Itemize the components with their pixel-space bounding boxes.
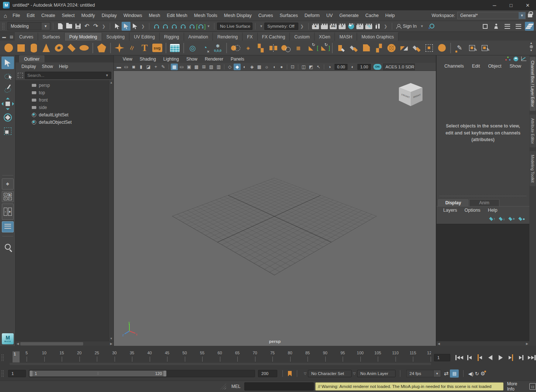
shelf-tab[interactable]: Curves xyxy=(15,33,38,41)
attribute-list-icon[interactable] xyxy=(514,22,523,31)
viewport-menu-item[interactable]: Show xyxy=(183,55,201,63)
render-ball-icon[interactable] xyxy=(347,22,356,31)
sign-in-dropdown[interactable]: Sign In ▼ xyxy=(396,24,425,29)
outliner-menu-item[interactable]: Display xyxy=(18,62,39,71)
character-controls-icon[interactable] xyxy=(492,22,501,31)
mirror-icon[interactable] xyxy=(267,41,279,55)
shaded-mode-icon[interactable]: ◆ xyxy=(234,64,241,70)
lattice-icon[interactable] xyxy=(423,41,435,55)
poly-cone-icon[interactable] xyxy=(40,41,52,55)
shelf-tab[interactable]: Rendering xyxy=(213,33,242,41)
step-forward-frame-button[interactable] xyxy=(517,353,526,362)
go-to-start-button[interactable] xyxy=(455,353,464,362)
shelf-scroll-control[interactable]: ▲▼ xyxy=(528,41,535,52)
shelf-tab[interactable]: Surfaces xyxy=(38,33,65,41)
render-current-frame-icon[interactable] xyxy=(320,22,329,31)
viewport-menu-item[interactable]: View xyxy=(119,55,136,63)
select-component-mode-button[interactable] xyxy=(130,22,139,31)
film-gate-icon[interactable]: ▭ xyxy=(178,64,185,70)
isolate-select-icon[interactable]: ⊡ xyxy=(289,64,296,70)
platonic-solid-icon[interactable] xyxy=(95,41,108,55)
quad-draw-icon[interactable] xyxy=(466,41,478,55)
exposure-field[interactable]: 0.00 xyxy=(335,64,347,70)
create-empty-layer-icon[interactable]: + xyxy=(509,217,515,221)
anim-layer-dropdown[interactable]: No Anim Layer xyxy=(357,370,396,377)
snap-to-point-icon[interactable] xyxy=(170,22,179,31)
menu-set-dropdown[interactable]: Modeling▼ xyxy=(7,22,50,30)
outliner-item[interactable]: front xyxy=(16,96,113,104)
current-time-marker[interactable]: 1 xyxy=(13,351,20,362)
live-surface-field[interactable]: No Live Surface xyxy=(217,23,252,30)
open-scene-button[interactable] xyxy=(65,22,74,31)
bookmark-icon[interactable]: ▮ xyxy=(138,64,145,70)
view-transform-dropdown[interactable]: ACES 1.0 SDR-v xyxy=(383,64,415,70)
gamma-field[interactable]: 1.00 xyxy=(357,64,370,70)
resize-grip[interactable] xyxy=(220,384,226,389)
sweep-mesh-icon[interactable]: ≈ xyxy=(126,41,138,55)
outliner-menu-item[interactable]: Help xyxy=(56,62,71,71)
range-start-handle[interactable] xyxy=(30,371,33,376)
menu-item[interactable]: Windows xyxy=(120,10,146,21)
viewport-menu-item[interactable]: Lighting xyxy=(160,55,183,63)
channel-box-horizontal-scrollbar[interactable]: ◀▶ xyxy=(437,341,529,346)
poly-type-icon[interactable]: T xyxy=(138,41,151,55)
rotate-tool[interactable] xyxy=(1,111,14,124)
outliner-toggle-icon[interactable] xyxy=(481,22,489,31)
multi-cut-icon[interactable] xyxy=(478,41,491,55)
display-layer-list[interactable] xyxy=(437,224,529,341)
xray-icon[interactable]: ◫ xyxy=(300,64,307,70)
undo-button[interactable]: ↶ xyxy=(82,22,91,31)
workspace-lock-icon[interactable] xyxy=(528,14,532,17)
chevron-down-icon[interactable]: ▽ xyxy=(304,372,306,375)
shelf-tab[interactable]: Poly Modeling xyxy=(65,33,102,41)
poly-torus-icon[interactable] xyxy=(52,41,65,55)
booleans-icon[interactable] xyxy=(229,41,242,55)
viewport-menu-item[interactable]: Panels xyxy=(227,55,248,63)
poly-plane-icon[interactable] xyxy=(65,41,78,55)
ipr-render-icon[interactable]: IPR xyxy=(329,22,338,31)
sidebar-vertical-tab[interactable]: Channel Box / Layer Editor xyxy=(530,57,536,111)
menu-item[interactable]: Mesh Display xyxy=(221,10,255,21)
time-slider-grip[interactable] xyxy=(1,354,4,361)
range-slider-grip[interactable] xyxy=(1,370,4,377)
shelf-tab[interactable]: Animation xyxy=(184,33,213,41)
grease-pencil-icon[interactable]: ✎ xyxy=(160,64,167,70)
menu-item[interactable]: Generate xyxy=(336,10,362,21)
snap-to-view-plane-icon[interactable] xyxy=(187,22,196,31)
menu-item[interactable]: Deform xyxy=(301,10,323,21)
modeling-toolkit-icon[interactable] xyxy=(169,41,181,55)
outliner-horizontal-scrollbar[interactable]: ◀▶ xyxy=(16,341,113,346)
poly-disc-icon[interactable] xyxy=(78,41,90,55)
occlusion-icon[interactable]: ● xyxy=(278,64,285,70)
xray-joints-icon[interactable]: ◩ xyxy=(308,64,315,70)
camera-attributes-icon[interactable]: ◙ xyxy=(130,64,137,70)
snap-to-curve-icon[interactable] xyxy=(161,22,170,31)
shelf-tab[interactable]: MASH xyxy=(335,33,357,41)
playback-start-field[interactable]: 1 xyxy=(8,370,26,377)
menu-item[interactable]: Curves xyxy=(255,10,277,21)
fps-dropdown[interactable]: 24 fps▼ xyxy=(406,370,441,377)
bevel-icon[interactable] xyxy=(360,41,373,55)
poly-sphere-icon[interactable] xyxy=(2,41,15,55)
animation-preferences-icon[interactable]: ⚙ xyxy=(481,371,485,376)
move-tool[interactable] xyxy=(1,98,14,110)
channel-box-list-icon[interactable] xyxy=(503,22,512,31)
exposure-icon[interactable]: ◑ xyxy=(326,64,333,70)
lasso-select-tool[interactable] xyxy=(1,70,14,83)
shelf-collapse-icon[interactable]: ▬ xyxy=(1,34,7,39)
image-plane-icon[interactable]: ◪ xyxy=(145,64,152,70)
menu-item[interactable]: Create xyxy=(38,10,59,21)
menu-item[interactable]: UV xyxy=(323,10,336,21)
search-help-icon[interactable] xyxy=(427,22,435,31)
range-slider-groove[interactable]: 1 120 xyxy=(29,370,255,377)
menu-item[interactable]: Cache xyxy=(362,10,382,21)
pan-zoom-icon[interactable]: + xyxy=(152,64,159,70)
default-material-icon[interactable]: ◈ xyxy=(248,64,255,70)
smart-extrude-icon[interactable]: ▞ xyxy=(373,41,385,55)
play-forwards-button[interactable] xyxy=(496,353,505,362)
range-end-handle[interactable] xyxy=(163,371,166,376)
workspace-layers-icon[interactable] xyxy=(525,22,534,31)
symmetry-field[interactable]: Symmetry: Off xyxy=(264,23,298,30)
maximize-button[interactable]: □ xyxy=(503,0,519,10)
safe-title-icon[interactable]: ▥ xyxy=(215,64,222,70)
